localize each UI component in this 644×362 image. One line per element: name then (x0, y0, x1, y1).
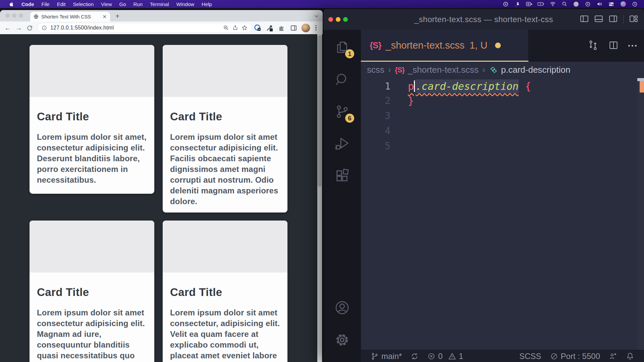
profile-avatar[interactable] (301, 23, 310, 33)
problems-item[interactable]: 0 1 (423, 352, 468, 361)
search-icon[interactable] (323, 63, 361, 96)
browser-tab[interactable]: Shorten Text With CSS ✕ (30, 12, 110, 21)
account-icon[interactable] (323, 292, 361, 324)
rocket-icon[interactable] (512, 1, 523, 7)
code-editor[interactable]: 1 p.card-description { 2 } 3 4 5 (361, 78, 644, 350)
open-changes-icon[interactable] (587, 40, 599, 52)
close-window-button[interactable] (328, 17, 333, 22)
side-panel-icon[interactable] (289, 23, 298, 33)
menu-go[interactable]: Go (116, 1, 130, 7)
card-image-placeholder (163, 45, 287, 97)
feedback-item[interactable] (604, 352, 622, 360)
editor-tab-decoration: 1, U (470, 40, 487, 51)
extensions-puzzle-icon[interactable] (277, 23, 286, 33)
apple-logo-icon[interactable] (5, 1, 18, 7)
card-image-placeholder (30, 45, 154, 97)
url-text[interactable]: 127.0.0.1:5500/index.html (50, 25, 220, 31)
card-image-placeholder (30, 221, 154, 273)
overview-warning-marker (640, 81, 644, 93)
card-title: Card Title (170, 286, 280, 299)
battery-icon[interactable] (535, 2, 547, 6)
spotlight-search-icon[interactable] (558, 1, 570, 7)
live-server-port-item[interactable]: Port : 5500 (546, 352, 604, 361)
menu-edit[interactable]: Edit (53, 1, 69, 7)
unsaved-changes-dot[interactable] (495, 43, 501, 48)
settings-gear-icon[interactable] (323, 324, 361, 356)
password-extension-icon[interactable] (253, 23, 262, 33)
menu-help[interactable]: Help (198, 1, 216, 7)
vscode-title-bar[interactable]: _shorten-text.scss — shorten-text-css (323, 9, 644, 30)
breadcrumb[interactable]: scss › {S} _shorten-text.scss › p.card-d… (361, 62, 644, 78)
browser-menu-icon[interactable] (313, 23, 319, 33)
back-button[interactable]: ← (4, 24, 11, 31)
card: Card Title Lorem ipsum dolor sit amet co… (30, 221, 154, 362)
card: Card Title Lorem ipsum dolor sit amet, c… (30, 45, 154, 194)
code-element-selector: p (408, 80, 414, 92)
code-close-brace: } (408, 95, 414, 107)
browser-toolbar: ← → 127.0.0.1:5500/index.html (0, 21, 323, 34)
menu-terminal[interactable]: Terminal (146, 1, 173, 7)
git-branch-item[interactable]: main* (366, 352, 406, 361)
extensions-icon[interactable] (323, 160, 361, 192)
zoom-page-icon[interactable] (223, 25, 229, 31)
scrollbar-thumb[interactable] (318, 35, 322, 187)
activity-bar: 1 6 (323, 30, 361, 362)
menu-file[interactable]: File (38, 1, 53, 7)
breadcrumb-folder[interactable]: scss (367, 65, 384, 75)
tab-search-chevron-icon[interactable] (314, 13, 319, 19)
sync-changes-button[interactable] (406, 352, 423, 360)
overview-cursor-marker (637, 78, 644, 81)
run-and-debug-icon[interactable] (323, 128, 361, 160)
screen-record-icon[interactable] (500, 1, 512, 7)
card-title: Card Title (170, 110, 280, 123)
new-tab-button[interactable]: + (115, 12, 119, 20)
do-not-disturb-icon[interactable] (570, 2, 582, 7)
share-icon[interactable] (232, 25, 238, 31)
browser-scrollbar[interactable] (317, 34, 322, 362)
address-bar[interactable]: 127.0.0.1:5500/index.html (37, 23, 252, 33)
forward-button[interactable]: → (15, 24, 22, 31)
close-window-button[interactable] (5, 13, 10, 18)
menu-run[interactable]: Run (130, 1, 147, 7)
breadcrumb-symbol[interactable]: p.card-description (501, 65, 571, 75)
menu-view[interactable]: View (97, 1, 115, 7)
tab-close-icon[interactable]: ✕ (102, 14, 107, 19)
customize-layout-icon[interactable] (629, 15, 638, 24)
scss-file-icon: {S} (370, 40, 381, 51)
zoom-window-button[interactable] (19, 13, 23, 18)
card-title: Card Title (37, 110, 147, 123)
clock-icon[interactable] (629, 1, 641, 7)
status-bar: main* 0 1 SCSS (361, 350, 644, 362)
siri-icon[interactable] (617, 1, 629, 7)
eyedropper-extension-icon[interactable] (265, 23, 274, 33)
minimize-window-button[interactable] (12, 13, 16, 18)
language-mode-item[interactable]: SCSS (515, 352, 545, 361)
site-info-icon[interactable] (42, 25, 47, 31)
volume-icon[interactable] (594, 1, 605, 7)
zoom-window-button[interactable] (343, 17, 348, 22)
more-actions-icon[interactable] (628, 45, 637, 47)
minimize-window-button[interactable] (336, 17, 340, 22)
split-editor-icon[interactable] (608, 40, 619, 52)
editor-scrollbar[interactable] (637, 78, 644, 350)
notifications-bell-icon[interactable] (622, 352, 639, 360)
explorer-icon[interactable]: 1 (323, 31, 361, 63)
toggle-sidebar-icon[interactable] (580, 15, 589, 24)
menu-selection[interactable]: Selection (69, 1, 98, 7)
source-control-icon[interactable]: 6 (323, 96, 361, 128)
menu-app-name[interactable]: Code (18, 1, 38, 7)
reload-button[interactable] (26, 25, 33, 31)
menu-window[interactable]: Window (173, 1, 198, 7)
control-center-icon[interactable] (605, 2, 617, 7)
code-open-brace: { (525, 80, 531, 92)
toggle-secondary-sidebar-icon[interactable] (609, 15, 618, 24)
explorer-badge: 1 (345, 49, 354, 58)
toggle-panel-icon[interactable] (594, 15, 603, 24)
play-circle-icon[interactable] (582, 1, 594, 7)
screen-mirroring-icon[interactable] (523, 2, 535, 7)
bookmark-star-icon[interactable] (241, 25, 248, 31)
card-description: Lorem ipsum dolor sit amet, consectetur … (37, 132, 147, 185)
breadcrumb-file[interactable]: _shorten-text.scss (408, 65, 479, 75)
editor-tab[interactable]: {S} _shorten-text.scss 1, U (361, 30, 529, 62)
wifi-icon[interactable] (547, 2, 558, 6)
